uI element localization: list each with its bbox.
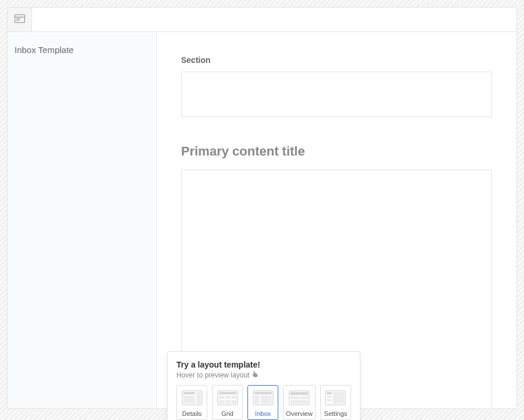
popover-subtitle-text: Hover to preview layout <box>176 371 249 379</box>
layout-template-popover: Try a layout template! Hover to preview … <box>167 351 360 420</box>
svg-rect-6 <box>196 392 201 404</box>
template-option-overview[interactable]: Overview <box>283 385 316 420</box>
template-label: Settings <box>323 410 348 417</box>
layout-icon-button[interactable] <box>8 8 32 31</box>
template-label: Details <box>179 410 204 417</box>
svg-rect-5 <box>183 392 195 394</box>
svg-rect-28 <box>327 399 332 401</box>
svg-rect-27 <box>327 396 332 398</box>
section-placeholder[interactable] <box>181 72 492 117</box>
svg-rect-15 <box>231 400 236 404</box>
toolbar <box>8 8 516 32</box>
pointer-icon <box>252 370 259 379</box>
svg-rect-13 <box>219 400 224 404</box>
svg-rect-21 <box>291 392 308 395</box>
template-label: Overview <box>286 410 313 417</box>
svg-rect-10 <box>219 396 224 399</box>
settings-layout-icon <box>323 389 348 407</box>
template-option-details[interactable]: Details <box>176 385 207 420</box>
svg-rect-7 <box>183 396 195 404</box>
popover-title: Try a layout template! <box>176 360 351 369</box>
overview-layout-icon <box>286 389 313 407</box>
svg-rect-11 <box>225 396 230 399</box>
svg-rect-19 <box>261 396 272 404</box>
toolbar-empty <box>32 8 516 31</box>
svg-rect-29 <box>333 392 344 404</box>
svg-rect-17 <box>254 392 272 394</box>
svg-rect-9 <box>219 392 236 394</box>
grid-layout-icon <box>215 389 240 407</box>
template-label: Inbox <box>250 410 275 417</box>
popover-subtitle: Hover to preview layout <box>176 370 351 379</box>
svg-rect-22 <box>291 396 299 400</box>
svg-rect-12 <box>231 396 236 399</box>
template-option-settings[interactable]: Settings <box>320 385 351 420</box>
layout-icon <box>15 14 25 26</box>
sidebar-title: Inbox Template <box>15 45 149 55</box>
sidebar: Inbox Template <box>8 32 157 408</box>
svg-rect-26 <box>327 392 332 394</box>
svg-rect-14 <box>225 400 230 404</box>
details-layout-icon <box>179 389 204 407</box>
template-list: Details Grid <box>176 385 351 420</box>
template-option-grid[interactable]: Grid <box>212 385 243 420</box>
section-label: Section <box>181 55 492 65</box>
svg-rect-23 <box>300 396 309 400</box>
svg-rect-18 <box>254 396 260 404</box>
inbox-layout-icon <box>250 389 275 407</box>
template-label: Grid <box>215 410 240 417</box>
primary-content-title: Primary content title <box>181 144 492 159</box>
template-option-inbox[interactable]: Inbox <box>247 385 278 420</box>
svg-rect-24 <box>291 400 308 404</box>
app-frame: Inbox Template Section Primary content t… <box>7 7 517 409</box>
